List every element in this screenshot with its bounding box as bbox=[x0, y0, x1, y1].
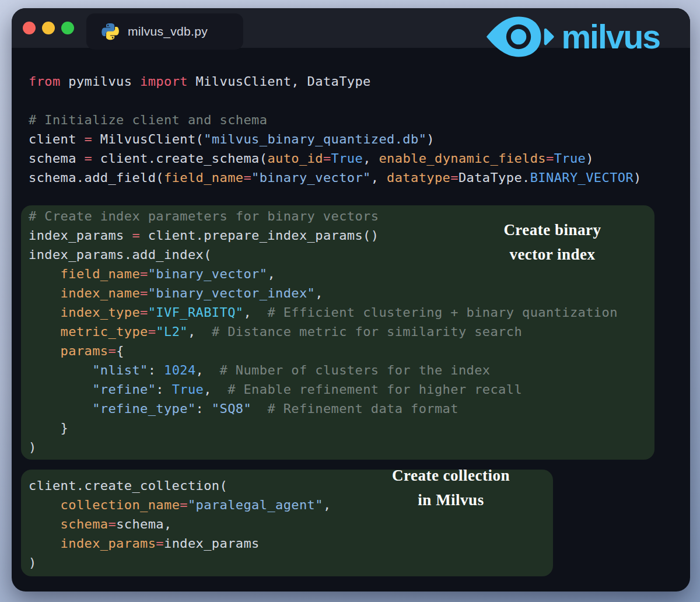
maximize-button[interactable] bbox=[61, 22, 74, 34]
code-line: schema=schema, bbox=[29, 514, 642, 534]
close-button[interactable] bbox=[23, 22, 36, 34]
milvus-wordmark: milvus bbox=[561, 18, 660, 56]
code-line: # Initialize client and schema bbox=[29, 110, 642, 130]
code-line: ) bbox=[29, 438, 642, 457]
annotation-create-collection: Create collection in Milvus bbox=[369, 463, 533, 512]
annotation-create-index: Create binary vector index bbox=[471, 218, 634, 267]
code-line: "refine_type": "SQ8" # Refinement data f… bbox=[29, 399, 642, 418]
annotation-line: Create collection bbox=[369, 463, 533, 488]
code-line: schema.add_field(field_name="binary_vect… bbox=[29, 168, 642, 187]
code-line bbox=[29, 187, 642, 206]
code-line: client = MilvusClient("milvus_binary_qua… bbox=[29, 130, 642, 149]
code-line: index_params=index_params bbox=[29, 534, 642, 553]
code-line: from pymilvus import MilvusClient, DataT… bbox=[29, 72, 642, 91]
code-line: collection_name="paralegal_agent", bbox=[29, 495, 642, 514]
tab-filename: milvus_vdb.py bbox=[128, 24, 208, 38]
code-line: client.create_collection( bbox=[29, 476, 642, 495]
milvus-eye-icon bbox=[485, 15, 554, 59]
code-line: } bbox=[29, 418, 642, 438]
code-line: schema = client.create_schema(auto_id=Tr… bbox=[29, 149, 642, 168]
code-editor-window: milvus_vdb.py milvus from pymilvus impor… bbox=[12, 8, 690, 592]
code-editor[interactable]: from pymilvus import MilvusClient, DataT… bbox=[29, 72, 642, 572]
python-icon bbox=[102, 23, 119, 40]
annotation-line: vector index bbox=[471, 242, 634, 267]
minimize-button[interactable] bbox=[42, 22, 55, 34]
annotation-line: in Milvus bbox=[369, 488, 533, 512]
tab-milvus-vdb[interactable]: milvus_vdb.py bbox=[86, 13, 243, 50]
code-line: params={ bbox=[29, 341, 642, 360]
code-line: ) bbox=[29, 553, 642, 572]
code-line: field_name="binary_vector", bbox=[29, 264, 642, 284]
code-line: "nlist": 1024, # Number of clusters for … bbox=[29, 360, 642, 380]
code-line bbox=[29, 457, 642, 476]
code-line: "refine": True, # Enable refinement for … bbox=[29, 380, 642, 399]
code-line: index_name="binary_vector_index", bbox=[29, 284, 642, 303]
milvus-logo: milvus bbox=[485, 13, 660, 61]
annotation-line: Create binary bbox=[471, 218, 634, 242]
code-line: index_type="IVF_RABITQ", # Efficient clu… bbox=[29, 303, 642, 322]
code-line: metric_type="L2", # Distance metric for … bbox=[29, 322, 642, 341]
code-line bbox=[29, 91, 642, 110]
titlebar: milvus_vdb.py milvus bbox=[12, 8, 690, 48]
